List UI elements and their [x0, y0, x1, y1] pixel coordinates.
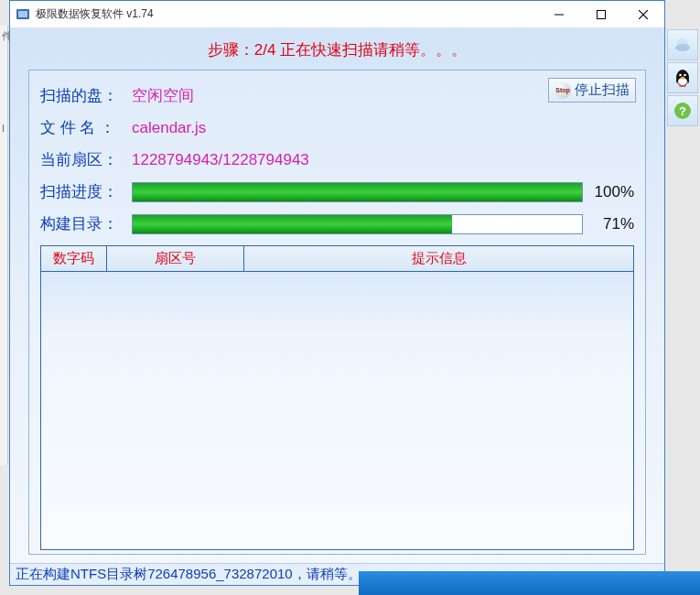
scan-progress-pct: 100% [583, 183, 634, 201]
sector-row: 当前扇区： 1228794943/1228794943 [40, 149, 634, 170]
disk-row: 扫描的盘： 空闲空间 [40, 85, 634, 106]
build-progress-fill [133, 215, 452, 233]
sector-label: 当前扇区： [40, 149, 132, 170]
side-toolbar: ? [667, 29, 700, 128]
titlebar[interactable]: 极限数据恢复软件 v1.74 [10, 1, 664, 28]
svg-point-7 [675, 44, 690, 51]
step-banner: 步骤：2/4 正在快速扫描请稍等。。。 [28, 39, 646, 60]
file-value: calendar.js [132, 119, 206, 137]
col-code[interactable]: 数字码 [41, 246, 107, 272]
table-body [41, 272, 633, 549]
scan-panel: Stop 停止扫描 扫描的盘： 空闲空间 文 件 名 ： calendar.js… [28, 70, 646, 555]
disk-value: 空闲空间 [132, 85, 194, 106]
scan-progress-label: 扫描进度： [40, 181, 132, 202]
stop-icon: Stop [555, 82, 571, 99]
svg-point-12 [681, 77, 684, 80]
file-label: 文 件 名 ： [40, 117, 132, 138]
disk-label: 扫描的盘： [40, 85, 132, 106]
svg-rect-3 [598, 10, 606, 18]
sector-value: 1228794943/1228794943 [132, 151, 309, 169]
svg-text:?: ? [679, 104, 686, 118]
col-sector[interactable]: 扇区号 [107, 246, 244, 272]
svg-point-13 [679, 85, 686, 87]
status-text: 正在构建NTFS目录树726478956_732872010，请稍等。。。 [16, 566, 389, 581]
main-window: 极限数据恢复软件 v1.74 步骤：2/4 正在快速扫描请稍等。。。 Stop … [9, 0, 665, 586]
side-help-icon[interactable]: ? [667, 95, 698, 126]
taskbar-background [359, 571, 700, 595]
close-button[interactable] [622, 1, 664, 28]
stop-scan-button[interactable]: Stop 停止扫描 [548, 78, 636, 103]
side-weather-icon[interactable] [667, 29, 698, 60]
build-progress-pct: 71% [583, 215, 634, 233]
app-icon [16, 7, 30, 22]
col-message[interactable]: 提示信息 [244, 246, 633, 272]
build-progress-label: 构建目录： [40, 213, 132, 234]
scan-progress-row: 扫描进度： 100% [40, 181, 634, 202]
client-area: 步骤：2/4 正在快速扫描请稍等。。。 Stop 停止扫描 扫描的盘： 空闲空间… [10, 28, 664, 585]
minimize-button[interactable] [538, 1, 580, 28]
svg-rect-1 [18, 11, 27, 17]
stop-button-label: 停止扫描 [575, 81, 630, 99]
background-window-edge: 件 I [0, 26, 8, 465]
maximize-button[interactable] [580, 1, 622, 28]
build-progress-row: 构建目录： 71% [40, 213, 634, 234]
table-header: 数字码 扇区号 提示信息 [41, 246, 633, 272]
file-row: 文 件 名 ： calendar.js [40, 117, 634, 138]
svg-point-11 [684, 74, 686, 77]
svg-point-10 [679, 74, 682, 77]
result-table: 数字码 扇区号 提示信息 [40, 245, 634, 550]
window-title: 极限数据恢复软件 v1.74 [36, 6, 538, 22]
scan-progress-fill [133, 183, 582, 201]
build-progress-bar [132, 214, 583, 234]
side-qq-icon[interactable] [667, 62, 698, 93]
scan-progress-bar [132, 182, 583, 202]
window-controls [538, 1, 664, 28]
